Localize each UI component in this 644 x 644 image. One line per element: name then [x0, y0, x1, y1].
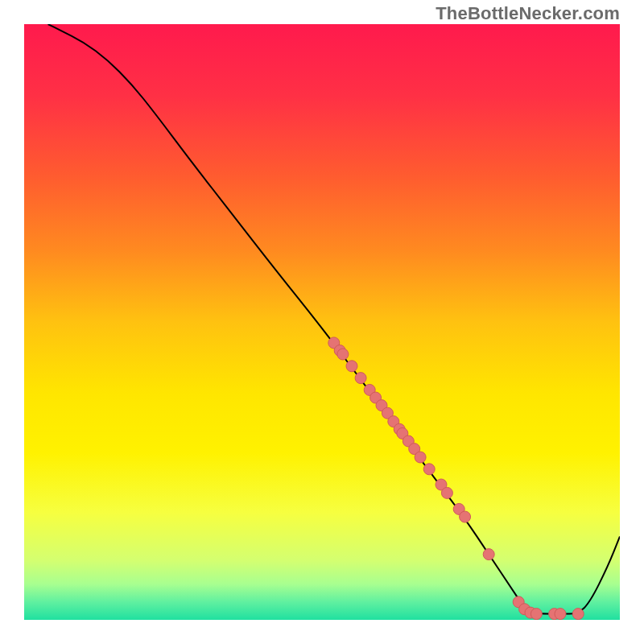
chart-container: TheBottleNecker.com	[0, 0, 644, 644]
data-point	[572, 609, 584, 620]
data-points	[328, 337, 584, 620]
curve-layer	[24, 24, 620, 620]
data-point	[555, 609, 566, 620]
data-point	[483, 549, 494, 560]
data-point	[415, 452, 426, 463]
data-point	[346, 361, 357, 372]
bottleneck-curve	[48, 24, 620, 614]
data-point	[441, 487, 452, 498]
data-point	[530, 609, 542, 620]
data-point	[355, 373, 366, 384]
data-point	[337, 349, 349, 360]
plot-area	[24, 24, 620, 620]
data-point	[460, 511, 471, 522]
watermark-text: TheBottleNecker.com	[436, 3, 620, 24]
data-point	[423, 464, 435, 475]
